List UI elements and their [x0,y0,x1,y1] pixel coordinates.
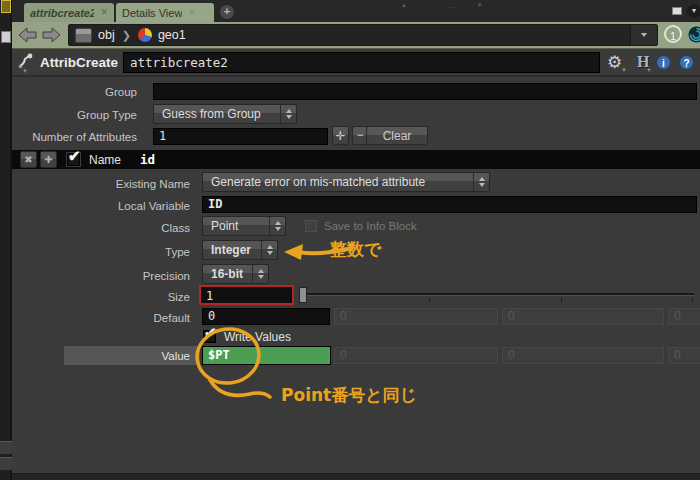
value-input-disabled: 0 [668,347,700,364]
close-icon[interactable]: ✕ [188,8,196,17]
slider-tick [561,298,562,303]
value-label[interactable]: Value [0,348,190,364]
size-label: Size [0,289,190,305]
obj-network-icon [75,28,92,43]
group-type-value: Guess from Group [154,107,280,121]
slider-tick [429,298,430,303]
node-name-input[interactable]: attribcreate2 [123,52,600,73]
info-icon[interactable]: i [656,55,671,70]
chevron-down-icon [641,33,647,37]
dock-shelf-icon[interactable] [1,0,11,13]
dock-panel-icon[interactable] [1,31,11,43]
write-values-checkbox[interactable]: ✔ [203,330,216,343]
gear-icon[interactable]: ⚙ [607,52,622,73]
default-input-disabled: 0 [668,308,700,325]
pin-link-icon[interactable] [688,26,700,43]
pane-handle-icon[interactable]: ∙∙∙∙ [447,3,455,10]
value-input-disabled: 0 [502,347,664,364]
dock-fragment [0,457,12,470]
value-annotation-text: Point番号と同じ [281,384,417,407]
network-nav-bar: obj ❯ geo1 1 [12,22,700,49]
class-label: Class [0,220,190,236]
type-dropdown[interactable]: Integer [202,240,278,260]
multiparm-add-icon[interactable]: ✚ [40,151,57,168]
class-value: Point [203,219,269,233]
existing-name-label: Existing Name [0,176,190,192]
link-number-badge[interactable]: 1 [664,25,682,43]
size-slider-handle[interactable] [299,287,307,303]
network-path-field[interactable]: obj ❯ geo1 [68,24,658,46]
back-arrow-icon[interactable] [18,27,38,43]
attribute-name-strip: ✖ ✚ ✔ Name id [12,150,700,169]
geometry-node-icon [138,28,152,42]
name-label: Name [89,153,121,167]
chevron-right-icon: ❯ [122,29,131,42]
size-slider-track[interactable] [302,293,694,296]
group-type-label: Group Type [0,107,137,123]
presets-caret-icon: ▼ [646,67,652,73]
multiparm-remove-icon[interactable]: ✖ [20,151,37,168]
add-attribute-icon[interactable]: ✛ [332,126,349,145]
houdini-parameter-pane: attribcreate2 ✕ Details View ✕ + ▴ ∙∙∙∙ … [0,0,700,480]
close-icon[interactable]: ✕ [100,8,108,17]
class-dropdown[interactable]: Point [202,216,286,236]
default-input-disabled: 0 [334,308,498,325]
pane-menu-icon[interactable]: ▾ [687,4,700,18]
path-history-dropdown[interactable] [630,25,657,45]
node-menu-caret-icon: ▼ [22,68,28,74]
local-variable-input[interactable]: ID [202,196,697,213]
path-root[interactable]: obj [98,28,115,42]
group-input[interactable] [153,83,697,100]
spinner-icon[interactable] [261,241,277,259]
pane-bottom-strip [12,473,700,480]
tab-label: attribcreate2 [30,7,94,19]
tab-attribcreate2[interactable]: attribcreate2 ✕ [24,3,114,22]
pane-maximize-icon[interactable] [672,7,682,15]
name-input[interactable]: id [140,152,155,167]
clear-button[interactable]: Clear [366,126,428,145]
save-info-label: Save to Info Block [324,220,417,232]
node-type-title: AttribCreate [40,55,118,70]
group-label: Group [0,84,137,100]
help-icon[interactable]: ? [679,55,694,70]
path-node[interactable]: geo1 [158,28,186,42]
spinner-icon[interactable] [473,173,489,191]
tab-label: Details View [122,7,182,19]
check-icon: ✔ [68,147,81,165]
gear-caret-icon: ▼ [621,67,627,73]
left-dock-strip [0,0,12,480]
spinner-icon[interactable] [269,217,285,235]
node-header: ▼ AttribCreate attribcreate2 ⚙ ▼ H ▼ i ? [12,49,700,77]
default-label: Default [0,310,190,326]
spinner-icon[interactable] [280,105,296,123]
type-value: Integer [203,243,261,257]
default-input-disabled: 0 [502,308,664,325]
write-values-label: Write Values [224,330,291,344]
group-type-dropdown[interactable]: Guess from Group [153,104,297,124]
value-input-disabled: 0 [334,347,498,364]
new-tab-icon[interactable]: + [220,5,234,19]
check-icon: ✔ [204,324,217,342]
precision-value: 16-bit [203,267,252,281]
local-variable-label: Local Variable [0,198,190,214]
tab-details-view[interactable]: Details View ✕ [116,3,214,22]
type-label: Type [0,244,190,260]
save-info-checkbox [305,220,317,232]
spinner-icon[interactable] [252,265,268,283]
value-input[interactable]: $PT [202,346,331,365]
pane-split-up-icon[interactable]: ▴ [402,1,406,9]
pane-split-down-icon[interactable]: ▾ [478,1,482,9]
default-input[interactable]: 0 [202,308,330,325]
existing-name-dropdown[interactable]: Generate error on mis-matched attribute [202,172,490,192]
name-enable-checkbox[interactable]: ✔ [67,153,80,166]
forward-arrow-icon[interactable] [41,27,61,43]
slider-tick [692,298,693,303]
precision-dropdown[interactable]: 16-bit [202,264,269,284]
dock-fragment [0,441,12,454]
precision-label: Precision [0,268,190,284]
size-input[interactable]: 1 [199,285,294,305]
num-attributes-label: Number of Attributes [0,129,137,145]
type-annotation-text: 整数で [330,238,381,261]
pane-tab-bar: attribcreate2 ✕ Details View ✕ + ▴ ∙∙∙∙ … [12,0,700,22]
num-attributes-input[interactable]: 1 [153,128,328,145]
